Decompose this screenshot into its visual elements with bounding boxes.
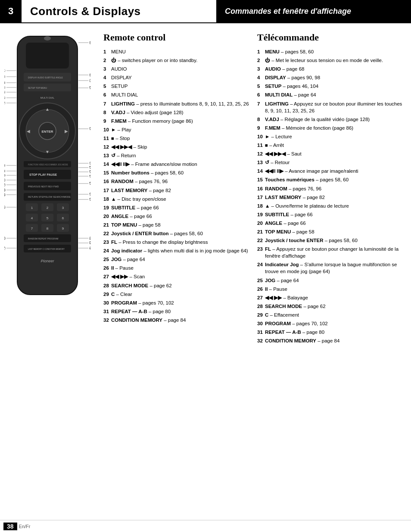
- svg-text:⑰: ⑰: [4, 246, 6, 250]
- list-item: 15Number buttons – pages 58, 60: [103, 169, 253, 176]
- item-text: Indicateur Jog – S'allume lorsque la bag…: [265, 261, 407, 275]
- item-number: 2: [103, 57, 111, 64]
- item-text: CONDITION MEMORY – page 84: [265, 337, 407, 344]
- svg-text:②: ②: [4, 75, 6, 79]
- item-text: ↺ – Retour: [265, 159, 407, 166]
- item-text: LAST MEMORY – page 82: [111, 187, 253, 194]
- english-items-list: 1MENU2⏻ – switches player on or into sta…: [103, 48, 253, 324]
- list-item: 8V.ADJ – Réglage de la qualité vidéo (pa…: [257, 116, 407, 123]
- item-text: MENU: [111, 48, 253, 55]
- item-number: 26: [103, 264, 111, 271]
- item-text: ◀◀ ▶▶ – Balayage: [265, 294, 407, 301]
- english-title: Remote control: [103, 32, 253, 43]
- item-number: 29: [103, 291, 111, 298]
- list-item: 27◀◀ ▶▶ – Scan: [103, 273, 253, 280]
- item-number: 16: [257, 185, 265, 192]
- item-number: 22: [103, 230, 111, 237]
- item-text: ◀◀II II▶ – Avance image par image/ralent…: [265, 168, 407, 174]
- item-text: REPEAT — A-B – page 80: [265, 329, 407, 336]
- item-text: F.MEM – Mémoire de fonction (page 86): [265, 124, 407, 131]
- list-item: 30PROGRAM – pages 70, 102: [257, 320, 407, 327]
- item-text: C – Clear: [111, 291, 253, 298]
- list-item: 28SEARCH MODE – page 62: [103, 282, 253, 289]
- page-title: Controls & Displays: [22, 0, 216, 22]
- list-item: 16RANDOM – pages 76, 96: [257, 185, 407, 192]
- list-item: 19SUBTITLE – page 66: [103, 204, 253, 211]
- svg-text:㉙: ㉙: [89, 198, 90, 202]
- svg-text:*⑬: *⑬: [4, 188, 6, 192]
- item-text: JOG – page 64: [265, 277, 407, 284]
- svg-text:④: ④: [4, 86, 6, 90]
- list-item: 6MULTI DIAL: [103, 91, 253, 98]
- french-items-list: 1MENU – pages 58, 602⏻ – Met le lecteur …: [257, 48, 407, 344]
- item-text: SETUP – pages 46, 104: [265, 83, 407, 90]
- svg-text:⑳: ⑳: [89, 79, 90, 83]
- item-text: SUBTITLE – page 66: [265, 211, 407, 218]
- item-text: C – Effacement: [265, 311, 407, 318]
- item-text: ► – Lecture: [265, 133, 407, 140]
- item-number: 23: [103, 239, 111, 246]
- svg-text:▲: ▲: [45, 107, 50, 112]
- item-number: 9: [257, 124, 265, 131]
- item-number: 32: [103, 317, 111, 324]
- svg-text:㉓: ㉓: [89, 162, 90, 165]
- list-item: 8V.ADJ – Video adjust (page 128): [103, 109, 253, 116]
- text-columns: Remote control 1MENU2⏻ – switches player…: [103, 32, 407, 346]
- item-number: 28: [103, 282, 111, 289]
- item-number: 27: [257, 294, 265, 301]
- item-number: 7: [257, 100, 265, 114]
- item-text: ■ – Stop: [111, 135, 253, 142]
- list-item: 18▲ – Ouvre/ferme le plateau de lecture: [257, 202, 407, 209]
- svg-text:FUNCTION  VIDEO ADJ  DIMMER  J: FUNCTION VIDEO ADJ DIMMER JOG MODE: [28, 164, 68, 166]
- item-text: MULTI DIAL – page 64: [265, 91, 407, 98]
- list-item: 23FL – Appuyez sur ce bouton pour change…: [257, 246, 407, 259]
- list-item: 31REPEAT — A-B – page 80: [103, 308, 253, 315]
- svg-text:5: 5: [47, 216, 49, 220]
- item-text: SEARCH MODE – page 62: [265, 303, 407, 310]
- list-item: 20ANGLE – page 66: [257, 220, 407, 227]
- item-text: ► – Play: [111, 126, 253, 133]
- item-number: 8: [103, 109, 111, 116]
- list-item: 3AUDIO – page 68: [257, 65, 407, 72]
- list-item: 4DISPLAY – pages 90, 98: [257, 74, 407, 81]
- item-number: 5: [257, 83, 265, 90]
- svg-text:㉖: ㉖: [89, 174, 90, 178]
- svg-text:㉔: ㉔: [89, 166, 90, 170]
- french-column: Télécommande 1MENU – pages 58, 602⏻ – Me…: [257, 32, 407, 346]
- svg-text:⑨: ⑨: [4, 169, 6, 173]
- list-item: 12◀◀ ▶▶◀ – Skip: [103, 143, 253, 150]
- list-item: 21TOP MENU – page 58: [257, 228, 407, 235]
- item-text: ⏻ – switches player on or into standby.: [111, 57, 253, 64]
- list-item: 13↺ – Return: [103, 152, 253, 159]
- item-text: V.ADJ – Réglage de la qualité vidéo (pag…: [265, 116, 407, 123]
- item-number: 13: [103, 152, 111, 159]
- item-text: F.MEM – Function memory (page 86): [111, 118, 253, 124]
- list-item: 6MULTI DIAL – page 64: [257, 91, 407, 98]
- list-item: 14◀◀II II▶ – Avance image par image/rale…: [257, 168, 407, 174]
- list-item: 11■ – Arrêt: [257, 142, 407, 149]
- item-text: PROGRAM – pages 70, 102: [111, 299, 253, 306]
- item-number: 29: [257, 311, 265, 318]
- item-number: 17: [257, 194, 265, 201]
- main-content: DISPLAY AUDIO SUBTITLE ANGLE SETUP TOP M…: [0, 23, 411, 355]
- item-number: 20: [103, 213, 111, 220]
- item-number: 25: [103, 256, 111, 263]
- item-text: Joystick / ENTER button – pages 58, 60: [111, 230, 253, 237]
- item-number: 23: [257, 246, 265, 259]
- svg-text:*①: *①: [4, 69, 6, 73]
- item-text: LIGHTING – press to illuminate buttons 8…: [111, 100, 253, 107]
- item-number: 16: [103, 178, 111, 185]
- svg-text:㉛: ㉛: [89, 241, 90, 245]
- list-item: 27◀◀ ▶▶ – Balayage: [257, 294, 407, 301]
- item-text: MENU – pages 58, 60: [265, 48, 407, 55]
- list-item: 31REPEAT — A-B – page 80: [257, 329, 407, 336]
- svg-text:Pioneer: Pioneer: [40, 259, 54, 263]
- item-number: 27: [103, 273, 111, 280]
- item-text: ◀◀ ▶▶◀ – Saut: [265, 150, 407, 157]
- list-item: 25JOG – page 64: [257, 277, 407, 284]
- item-text: ■ – Arrêt: [265, 142, 407, 149]
- item-text: FL – Press to change the display brightn…: [111, 239, 253, 246]
- page-number: 3: [0, 0, 22, 22]
- list-item: 23FL – Press to change the display brigh…: [103, 239, 253, 246]
- item-number: 1: [257, 48, 265, 55]
